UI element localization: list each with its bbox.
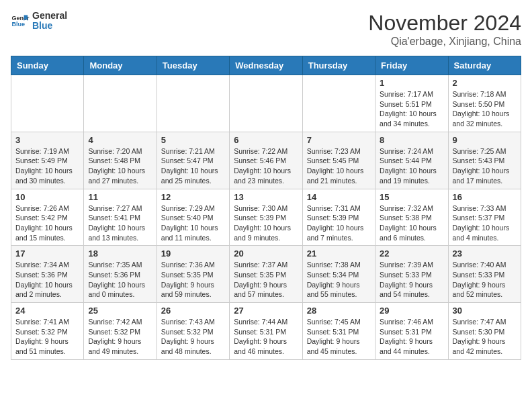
day-cell: 29Sunrise: 7:46 AM Sunset: 5:31 PM Dayli…: [375, 303, 448, 360]
day-cell: 24Sunrise: 7:41 AM Sunset: 5:32 PM Dayli…: [11, 303, 84, 360]
day-number: 2: [453, 78, 517, 88]
day-cell: 23Sunrise: 7:40 AM Sunset: 5:33 PM Dayli…: [448, 246, 521, 303]
weekday-header-friday: Friday: [375, 56, 448, 75]
day-cell: 6Sunrise: 7:22 AM Sunset: 5:46 PM Daylig…: [230, 132, 302, 189]
logo-blue: Blue: [32, 21, 67, 31]
week-row-4: 17Sunrise: 7:34 AM Sunset: 5:36 PM Dayli…: [11, 246, 521, 303]
day-info: Sunrise: 7:35 AM Sunset: 5:36 PM Dayligh…: [88, 260, 152, 300]
day-cell: 20Sunrise: 7:37 AM Sunset: 5:35 PM Dayli…: [230, 246, 302, 303]
day-number: 27: [234, 306, 298, 316]
day-cell: 8Sunrise: 7:24 AM Sunset: 5:44 PM Daylig…: [375, 132, 448, 189]
day-number: 28: [307, 306, 371, 316]
day-info: Sunrise: 7:47 AM Sunset: 5:30 PM Dayligh…: [453, 317, 517, 357]
weekday-header-tuesday: Tuesday: [157, 56, 229, 75]
day-number: 21: [307, 248, 371, 259]
day-info: Sunrise: 7:33 AM Sunset: 5:37 PM Dayligh…: [453, 203, 517, 243]
day-cell: 11Sunrise: 7:27 AM Sunset: 5:41 PM Dayli…: [84, 189, 157, 246]
day-info: Sunrise: 7:29 AM Sunset: 5:40 PM Dayligh…: [161, 203, 225, 243]
day-number: 17: [15, 248, 79, 259]
day-info: Sunrise: 7:37 AM Sunset: 5:35 PM Dayligh…: [234, 260, 298, 300]
day-cell: 12Sunrise: 7:29 AM Sunset: 5:40 PM Dayli…: [157, 189, 229, 246]
weekday-header-thursday: Thursday: [302, 56, 375, 75]
day-cell: 28Sunrise: 7:45 AM Sunset: 5:31 PM Dayli…: [302, 303, 375, 360]
day-number: 3: [15, 135, 79, 145]
day-cell: 18Sunrise: 7:35 AM Sunset: 5:36 PM Dayli…: [84, 246, 157, 303]
weekday-header-sunday: Sunday: [11, 56, 84, 75]
day-number: 10: [15, 192, 79, 202]
day-number: 20: [234, 248, 298, 259]
day-info: Sunrise: 7:40 AM Sunset: 5:33 PM Dayligh…: [453, 260, 517, 300]
logo-icon: General Blue: [11, 11, 30, 30]
weekday-header-saturday: Saturday: [448, 56, 521, 75]
day-info: Sunrise: 7:23 AM Sunset: 5:45 PM Dayligh…: [307, 146, 371, 186]
day-info: Sunrise: 7:39 AM Sunset: 5:33 PM Dayligh…: [380, 260, 443, 300]
svg-text:Blue: Blue: [11, 21, 25, 28]
day-cell: 21Sunrise: 7:38 AM Sunset: 5:34 PM Dayli…: [302, 246, 375, 303]
day-number: 6: [234, 135, 298, 145]
day-number: 12: [161, 192, 225, 202]
day-cell: 1Sunrise: 7:17 AM Sunset: 5:51 PM Daylig…: [375, 75, 448, 132]
day-cell: 3Sunrise: 7:19 AM Sunset: 5:49 PM Daylig…: [11, 132, 84, 189]
day-cell: 26Sunrise: 7:43 AM Sunset: 5:32 PM Dayli…: [157, 303, 229, 360]
day-cell: 13Sunrise: 7:30 AM Sunset: 5:39 PM Dayli…: [230, 189, 302, 246]
day-number: 5: [161, 135, 225, 145]
calendar-table: SundayMondayTuesdayWednesdayThursdayFrid…: [11, 56, 521, 360]
day-number: 22: [380, 248, 443, 259]
day-number: 24: [15, 306, 79, 316]
day-number: 19: [161, 248, 225, 259]
day-info: Sunrise: 7:21 AM Sunset: 5:47 PM Dayligh…: [161, 146, 225, 186]
day-number: 18: [88, 248, 152, 259]
day-cell: 25Sunrise: 7:42 AM Sunset: 5:32 PM Dayli…: [84, 303, 157, 360]
day-cell: 17Sunrise: 7:34 AM Sunset: 5:36 PM Dayli…: [11, 246, 84, 303]
day-cell: 10Sunrise: 7:26 AM Sunset: 5:42 PM Dayli…: [11, 189, 84, 246]
weekday-header-wednesday: Wednesday: [230, 56, 302, 75]
day-number: 30: [453, 306, 517, 316]
day-cell: 2Sunrise: 7:18 AM Sunset: 5:50 PM Daylig…: [448, 75, 521, 132]
day-cell: 9Sunrise: 7:25 AM Sunset: 5:43 PM Daylig…: [448, 132, 521, 189]
day-number: 8: [380, 135, 443, 145]
day-number: 13: [234, 192, 298, 202]
day-info: Sunrise: 7:24 AM Sunset: 5:44 PM Dayligh…: [380, 146, 443, 186]
day-number: 26: [161, 306, 225, 316]
day-info: Sunrise: 7:27 AM Sunset: 5:41 PM Dayligh…: [88, 203, 152, 243]
day-info: Sunrise: 7:20 AM Sunset: 5:48 PM Dayligh…: [88, 146, 152, 186]
day-number: 1: [380, 78, 443, 88]
day-info: Sunrise: 7:43 AM Sunset: 5:32 PM Dayligh…: [161, 317, 225, 357]
day-info: Sunrise: 7:38 AM Sunset: 5:34 PM Dayligh…: [307, 260, 371, 300]
day-info: Sunrise: 7:31 AM Sunset: 5:39 PM Dayligh…: [307, 203, 371, 243]
day-info: Sunrise: 7:45 AM Sunset: 5:31 PM Dayligh…: [307, 317, 371, 357]
day-number: 29: [380, 306, 443, 316]
week-row-2: 3Sunrise: 7:19 AM Sunset: 5:49 PM Daylig…: [11, 132, 521, 189]
day-info: Sunrise: 7:32 AM Sunset: 5:38 PM Dayligh…: [380, 203, 443, 243]
day-cell: [157, 75, 229, 132]
day-cell: 4Sunrise: 7:20 AM Sunset: 5:48 PM Daylig…: [84, 132, 157, 189]
day-cell: 19Sunrise: 7:36 AM Sunset: 5:35 PM Dayli…: [157, 246, 229, 303]
day-info: Sunrise: 7:41 AM Sunset: 5:32 PM Dayligh…: [15, 317, 79, 357]
day-cell: 15Sunrise: 7:32 AM Sunset: 5:38 PM Dayli…: [375, 189, 448, 246]
day-cell: [302, 75, 375, 132]
day-info: Sunrise: 7:26 AM Sunset: 5:42 PM Dayligh…: [15, 203, 79, 243]
header: General Blue General Blue November 2024 …: [11, 11, 521, 48]
day-cell: [230, 75, 302, 132]
day-info: Sunrise: 7:42 AM Sunset: 5:32 PM Dayligh…: [88, 317, 152, 357]
day-number: 14: [307, 192, 371, 202]
day-cell: 30Sunrise: 7:47 AM Sunset: 5:30 PM Dayli…: [448, 303, 521, 360]
day-number: 23: [453, 248, 517, 259]
day-number: 7: [307, 135, 371, 145]
title-area: November 2024 Qia'erbage, Xinjiang, Chin…: [368, 11, 521, 48]
day-cell: 27Sunrise: 7:44 AM Sunset: 5:31 PM Dayli…: [230, 303, 302, 360]
day-number: 11: [88, 192, 152, 202]
day-info: Sunrise: 7:34 AM Sunset: 5:36 PM Dayligh…: [15, 260, 79, 300]
logo: General Blue General Blue: [11, 11, 67, 32]
day-info: Sunrise: 7:25 AM Sunset: 5:43 PM Dayligh…: [453, 146, 517, 186]
day-number: 4: [88, 135, 152, 145]
day-cell: 7Sunrise: 7:23 AM Sunset: 5:45 PM Daylig…: [302, 132, 375, 189]
week-row-1: 1Sunrise: 7:17 AM Sunset: 5:51 PM Daylig…: [11, 75, 521, 132]
day-info: Sunrise: 7:44 AM Sunset: 5:31 PM Dayligh…: [234, 317, 298, 357]
weekday-header-row: SundayMondayTuesdayWednesdayThursdayFrid…: [11, 56, 521, 75]
weekday-header-monday: Monday: [84, 56, 157, 75]
day-info: Sunrise: 7:17 AM Sunset: 5:51 PM Dayligh…: [380, 89, 443, 129]
day-number: 16: [453, 192, 517, 202]
day-info: Sunrise: 7:22 AM Sunset: 5:46 PM Dayligh…: [234, 146, 298, 186]
location-title: Qia'erbage, Xinjiang, China: [368, 36, 521, 48]
